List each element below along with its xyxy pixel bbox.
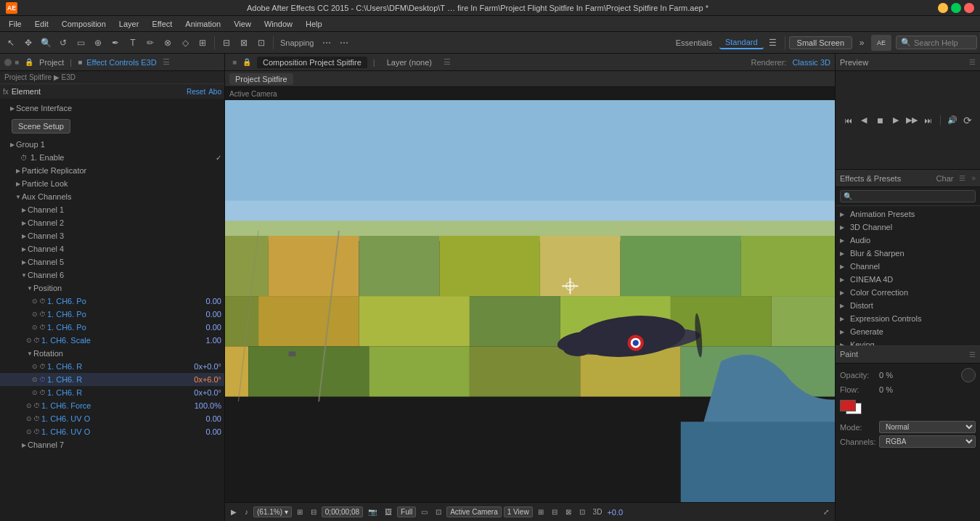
pos1-row[interactable]: ⊙ ⏱ 1. CH6. Po 0.00	[0, 295, 224, 308]
vp-fit[interactable]: ⊞	[294, 506, 306, 517]
vp-t2[interactable]: ⊡	[433, 506, 444, 517]
window-controls[interactable]	[938, 3, 974, 13]
enable-row[interactable]: ⏱ 1. Enable ✓	[0, 151, 224, 164]
tool-null[interactable]: ⊕	[90, 35, 106, 51]
channel4-row[interactable]: Channel 4	[0, 242, 224, 255]
workspace-expand[interactable]: »	[854, 35, 870, 51]
vp-show-snap[interactable]: 🖼	[382, 506, 395, 517]
particle-look-row[interactable]: Particle Look	[0, 177, 224, 190]
comp-tab-project[interactable]: Composition Project Spitfire	[257, 57, 367, 68]
aux-channels-row[interactable]: Aux Channels	[0, 190, 224, 203]
color-squares[interactable]	[840, 400, 866, 417]
vp-audio[interactable]: ♪	[242, 506, 251, 517]
particle-replicator-arrow[interactable]	[15, 167, 22, 174]
scene-interface-row[interactable]: Scene Interface	[0, 102, 224, 115]
uvo2-row[interactable]: ⊙ ⏱ 1. CH6. UV O 0.00	[0, 425, 224, 438]
menu-window[interactable]: Window	[258, 18, 298, 30]
comp-active-tab[interactable]: Project Spitfire	[229, 73, 293, 85]
tool-rect[interactable]: ▭	[73, 35, 89, 51]
menu-view[interactable]: View	[228, 18, 257, 30]
effect-audio[interactable]: ▶ Audio	[836, 234, 980, 247]
preview-volume[interactable]: 🔊	[947, 115, 958, 126]
abo-button[interactable]: Abo	[208, 88, 221, 96]
view-dropdown[interactable]: 1 View	[504, 506, 533, 517]
tool-align[interactable]: ⊟	[219, 35, 234, 51]
effects-search-input[interactable]	[840, 190, 976, 202]
effect-channel[interactable]: ▶ Channel	[836, 260, 980, 273]
renderer-value[interactable]: Classic 3D	[792, 58, 830, 67]
effect-3d-channel[interactable]: ▶ 3D Channel	[836, 221, 980, 234]
preview-play[interactable]: ▶	[889, 114, 902, 127]
vp-pixel[interactable]: ⊟	[308, 506, 319, 517]
channel7-row[interactable]: Channel 7	[0, 438, 224, 451]
search-help-input[interactable]	[914, 38, 972, 47]
active-camera-dropdown[interactable]: Active Camera	[446, 506, 502, 517]
scene-interface-arrow[interactable]	[9, 104, 16, 112]
preview-skip-start[interactable]: ⏮	[841, 114, 854, 127]
tool-text[interactable]: T	[125, 35, 141, 51]
preview-loop[interactable]: ⟳	[961, 114, 974, 127]
channel6-row[interactable]: Channel 6	[0, 268, 224, 282]
pos2-row[interactable]: ⊙ ⏱ 1. CH6. Po 0.00	[0, 308, 224, 321]
effect-blur-sharpen[interactable]: ▶ Blur & Sharpen	[836, 247, 980, 260]
left-panel-close[interactable]	[4, 59, 12, 66]
workspace-standard[interactable]: Standard	[719, 36, 764, 49]
menu-composition[interactable]: Composition	[56, 18, 112, 30]
vp-v1[interactable]: ⊞	[535, 506, 547, 517]
preview-next-frame[interactable]: ▶▶	[905, 114, 918, 127]
reset-button[interactable]: Reset	[187, 88, 205, 96]
channels-dropdown[interactable]: RGBA	[879, 435, 976, 448]
position-group[interactable]: Position	[0, 282, 224, 295]
menu-animation[interactable]: Animation	[179, 18, 226, 30]
scale-row[interactable]: ⊙ ⏱ 1. CH6. Scale 1.00	[0, 334, 224, 347]
menu-effect[interactable]: Effect	[146, 18, 178, 30]
preview-stop[interactable]: ⏹	[873, 114, 886, 127]
effect-animation-presets[interactable]: ▶ Animation Presets	[836, 208, 980, 221]
zoom-dropdown[interactable]: (61.1%) ▾	[253, 506, 292, 517]
particle-look-arrow[interactable]	[15, 180, 22, 187]
tool-align3[interactable]: ⊡	[253, 35, 269, 51]
preview-prev-frame[interactable]: ◀	[857, 114, 870, 127]
effect-expression-controls[interactable]: ▶ Expression Controls	[836, 312, 980, 325]
effect-keying[interactable]: ▶ Keying	[836, 338, 980, 345]
snapping-option[interactable]: ⋯	[336, 35, 352, 51]
group1-row[interactable]: Group 1	[0, 138, 224, 151]
tool-select[interactable]: ✥	[20, 35, 36, 51]
tool-pen[interactable]: ✒	[107, 35, 123, 51]
rot2-row[interactable]: ⊙ ⏱ 1. CH6. R 0x+6.0°	[0, 373, 224, 386]
vp-v3[interactable]: ⊠	[563, 506, 574, 517]
tab-project[interactable]: Project	[39, 58, 64, 67]
tool-clone[interactable]: ⊗	[160, 35, 176, 51]
menu-edit[interactable]: Edit	[29, 18, 54, 30]
force-row[interactable]: ⊙ ⏱ 1. CH6. Force 100.0%	[0, 399, 224, 412]
tool-paint[interactable]: ✏	[142, 35, 158, 51]
menu-layer[interactable]: Layer	[113, 18, 145, 30]
opacity-knob[interactable]	[961, 368, 976, 382]
small-screen-button[interactable]: Small Screen	[789, 36, 852, 49]
mode-dropdown[interactable]: Normal	[879, 421, 976, 433]
char-tab[interactable]: Char	[936, 174, 954, 183]
effect-distort[interactable]: ▶ Distort	[836, 299, 980, 312]
particle-replicator-row[interactable]: Particle Replicator	[0, 164, 224, 177]
time-display[interactable]: 0;00;00;08	[322, 506, 363, 517]
tool-eraser[interactable]: ◇	[177, 35, 193, 51]
channel5-row[interactable]: Channel 5	[0, 255, 224, 268]
effect-color-correction[interactable]: ▶ Color Correction	[836, 286, 980, 299]
scene-setup-button[interactable]: Scene Setup	[12, 119, 70, 134]
effect-generate[interactable]: ▶ Generate	[836, 325, 980, 338]
rot3-row[interactable]: ⊙ ⏱ 1. CH6. R 0x+0.0°	[0, 386, 224, 399]
menu-help[interactable]: Help	[300, 18, 328, 30]
vp-3d[interactable]: 3D	[590, 506, 605, 517]
viewport[interactable]	[225, 100, 835, 502]
tool-arrow[interactable]: ↖	[3, 35, 19, 51]
tool-zoom[interactable]: 🔍	[38, 35, 54, 51]
vp-play[interactable]: ▶	[228, 506, 240, 517]
rot1-row[interactable]: ⊙ ⏱ 1. CH6. R 0x+0.0°	[0, 360, 224, 373]
aux-channels-arrow[interactable]	[15, 193, 22, 200]
foreground-color-swatch[interactable]	[840, 400, 856, 411]
tool-puppet[interactable]: ⊞	[195, 35, 211, 51]
rotation-group[interactable]: Rotation	[0, 347, 224, 360]
vp-expand[interactable]: ⤢	[820, 506, 832, 517]
maximize-button[interactable]	[951, 3, 961, 13]
pos3-row[interactable]: ⊙ ⏱ 1. CH6. Po 0.00	[0, 321, 224, 334]
